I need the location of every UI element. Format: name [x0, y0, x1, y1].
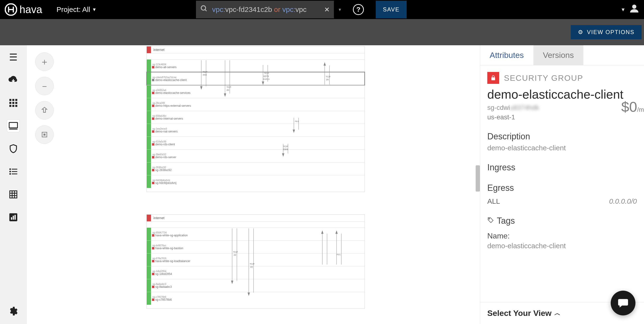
user-icon[interactable]: [629, 3, 639, 16]
panel-tabs: Attributes Versions: [480, 45, 644, 65]
svg-point-19: [9, 173, 11, 175]
security-group-row[interactable]: sg-cdwiu8762sa7dcxwdemo-elasticcache-cli…: [147, 72, 364, 85]
security-group-row[interactable]: sg-28ca288demo-https-external-servers: [147, 98, 364, 111]
details-panel: Attributes Versions SECURITY GROUP demo-…: [480, 45, 644, 324]
tab-versions[interactable]: Versions: [534, 45, 583, 65]
security-group-row[interactable]: sg-658ab36odemo-internal-servers: [147, 111, 364, 124]
svg-rect-49: [491, 77, 495, 80]
security-diagram-1[interactable]: internet sg-123c4834demo-all-serverssg-c…: [146, 46, 365, 192]
help-icon[interactable]: ?: [353, 4, 364, 15]
svg-rect-5: [12, 99, 14, 101]
svg-rect-20: [12, 174, 17, 174]
zoom-out-button[interactable]: －: [35, 77, 54, 95]
resource-id: sg-cdwiu8374hdk: [487, 104, 637, 111]
view-options-button[interactable]: ⚙ VIEW OPTIONS: [571, 25, 642, 39]
clear-search-icon[interactable]: ✕: [324, 6, 330, 14]
description-value: demo-elasticcache-client: [487, 144, 637, 152]
fit-button[interactable]: [35, 101, 54, 120]
svg-rect-11: [12, 105, 14, 107]
svg-rect-10: [9, 105, 11, 107]
chart-icon[interactable]: [7, 211, 20, 223]
diagram-canvas[interactable]: ＋ － internet sg-123c4834demo-all-servers…: [27, 45, 480, 324]
security-group-row[interactable]: sg-c78576b6sg-c78576b6: [147, 292, 364, 305]
security-group-row[interactable]: sg-s34352a4demo-elasticcache-services: [147, 85, 364, 98]
tags-heading: Tags: [487, 216, 637, 226]
resource-type-label: SECURITY GROUP: [504, 73, 583, 83]
lock-icon: [487, 72, 499, 84]
canvas-scrollbar[interactable]: [476, 165, 480, 192]
search-box[interactable]: vpc:vpc-fd2341c2b or vpc:vpc ✕: [196, 1, 334, 18]
shield-icon[interactable]: [7, 142, 20, 155]
resource-name: demo-elasticcache-client: [487, 87, 637, 101]
diagram-internet-row: internet: [147, 47, 364, 53]
svg-rect-9: [15, 102, 17, 104]
tab-attributes[interactable]: Attributes: [480, 45, 534, 65]
svg-point-15: [9, 169, 11, 170]
zoom-in-button[interactable]: ＋: [35, 52, 54, 71]
gear-icon: ⚙: [578, 29, 584, 36]
center-button[interactable]: [35, 125, 54, 144]
diagram-internet-row: internet: [147, 215, 364, 221]
cloud-download-icon[interactable]: [7, 74, 20, 86]
save-button[interactable]: SAVE: [376, 1, 407, 18]
panel-body: SECURITY GROUP demo-elasticcache-client …: [480, 65, 644, 302]
egress-heading: Egress: [487, 183, 637, 193]
apps-grid-icon[interactable]: [7, 97, 20, 109]
project-label: Project: All: [56, 6, 90, 14]
svg-point-50: [489, 218, 490, 219]
egress-rule-row: ALL0.0.0.0/0: [487, 197, 637, 205]
svg-point-3: [632, 5, 636, 9]
svg-rect-4: [9, 99, 11, 101]
search-text: vpc:vpc-fd2341c2b or vpc:vpc: [212, 6, 320, 14]
project-selector[interactable]: Project: All ▾: [56, 6, 96, 14]
settings-gear-icon[interactable]: [7, 305, 20, 317]
resource-price: $0/m: [621, 99, 644, 115]
zoom-controls: ＋ －: [35, 52, 54, 144]
svg-rect-7: [9, 102, 11, 104]
svg-point-1: [201, 6, 206, 10]
svg-rect-31: [44, 134, 45, 135]
sub-bar: ⚙ VIEW OPTIONS: [0, 19, 644, 45]
security-group-row[interactable]: sg-1ew2ecw3demo-nat-servers: [147, 124, 364, 136]
search-area: vpc:vpc-fd2341c2b or vpc:vpc ✕ ▾ ? SAVE: [196, 1, 407, 18]
list-icon[interactable]: [7, 165, 20, 178]
logo[interactable]: hava: [5, 3, 42, 16]
svg-rect-29: [14, 215, 16, 220]
security-group-row[interactable]: sg-38e83c52demo-rds-server: [147, 149, 364, 162]
svg-rect-13: [9, 122, 17, 128]
security-group-row[interactable]: sg-678a7816hava-white-sg-loadbalancer: [147, 253, 364, 266]
svg-rect-16: [12, 169, 17, 169]
svg-line-2: [205, 10, 207, 11]
svg-rect-18: [12, 171, 17, 172]
svg-rect-8: [12, 102, 14, 104]
search-dropdown-icon[interactable]: ▾: [339, 7, 341, 12]
svg-rect-27: [11, 217, 12, 220]
security-group-row[interactable]: sg-2838sc92sg-2838sc92: [147, 162, 364, 175]
logo-icon: [5, 3, 17, 16]
svg-point-17: [9, 171, 11, 173]
chevron-up-icon: ︿: [554, 309, 560, 317]
svg-rect-12: [15, 105, 17, 107]
menu-icon[interactable]: ☰: [7, 51, 20, 63]
description-heading: Description: [487, 131, 637, 141]
security-group-row[interactable]: sg-658A7734hava-white-sg-application: [147, 228, 364, 240]
security-group-row[interactable]: sg-8adaabc3sg-8adaabc3: [147, 279, 364, 292]
security-group-row[interactable]: sg-1dbd2854sg-1dbd2854: [147, 266, 364, 279]
svg-rect-6: [15, 99, 17, 101]
security-diagram-2[interactable]: internet sg-658A7734hava-white-sg-applic…: [146, 214, 365, 309]
security-group-row[interactable]: sg-hdcfdjsksdvnjsg-hdcfdjsksdvnj: [147, 175, 364, 188]
top-bar: hava Project: All ▾ vpc:vpc-fd2341c2b or…: [0, 0, 644, 19]
security-group-row[interactable]: sg-123c4834demo-all-servers: [147, 59, 364, 72]
ingress-heading: Ingress: [487, 163, 637, 173]
table-grid-icon[interactable]: [7, 188, 20, 201]
left-rail: ☰: [0, 45, 27, 324]
chat-bubble[interactable]: [611, 291, 636, 315]
svg-rect-21: [10, 191, 17, 198]
security-group-row[interactable]: sg-dv8678yohava-white-sg-bastion: [147, 240, 364, 253]
topbar-right: ▾: [622, 3, 639, 16]
topbar-chevron-icon[interactable]: ▾: [622, 6, 624, 13]
tag-icon: [487, 217, 494, 225]
security-group-row[interactable]: sg-618a5c99demo-rds-client: [147, 136, 364, 149]
desktop-icon[interactable]: [7, 120, 20, 132]
search-icon: [200, 5, 208, 14]
